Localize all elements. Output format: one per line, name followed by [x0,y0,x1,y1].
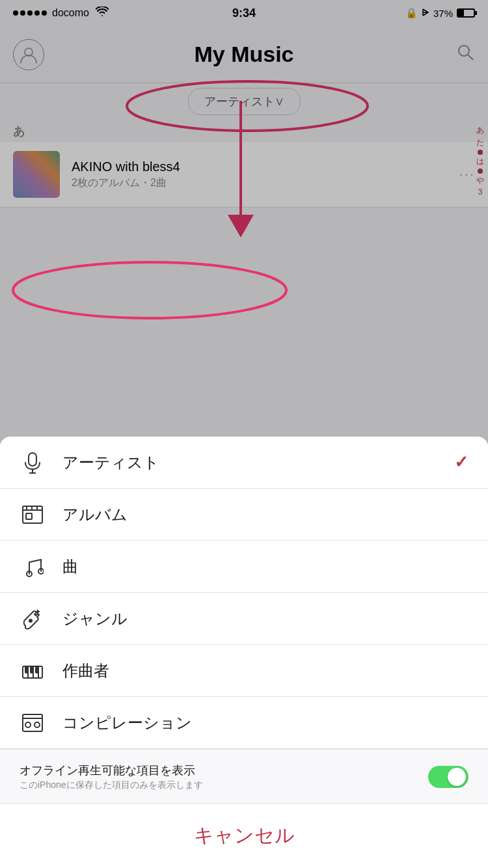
bottom-sheet: アーティスト ✓ アルバム 曲 [0,437,488,804]
svg-point-30 [25,722,31,727]
menu-label-artist: アーティスト [62,452,437,473]
menu-item-song[interactable]: 曲 [0,541,488,593]
album-icon [20,502,46,528]
svg-rect-15 [26,513,32,519]
menu-label-composer: 作曲者 [62,660,468,681]
menu-item-composer[interactable]: 作曲者 [0,645,488,697]
menu-item-album[interactable]: アルバム [0,489,488,541]
svg-point-20 [29,619,32,622]
svg-rect-7 [29,453,36,466]
cancel-bar: キャンセル [0,803,488,868]
guitar-icon [20,606,46,632]
menu-label-compilation: コンピレーション [62,712,468,733]
offline-text: オフライン再生可能な項目を表示 このiPhoneに保存した項目のみを表示します [20,763,203,791]
checkmark-icon: ✓ [454,452,468,472]
menu-item-compilation[interactable]: コンピレーション [0,697,488,749]
offline-toggle-row[interactable]: オフライン再生可能な項目を表示 このiPhoneに保存した項目のみを表示します [0,749,488,804]
svg-point-31 [34,722,40,727]
menu-label-genre: ジャンル [62,608,468,629]
offline-title: オフライン再生可能な項目を表示 [20,763,203,778]
menu-item-genre[interactable]: ジャンル [0,593,488,645]
mic-icon [20,450,46,476]
menu-item-artist[interactable]: アーティスト ✓ [0,437,488,489]
offline-toggle[interactable] [428,766,468,788]
piano-icon [20,658,46,684]
menu-label-song: 曲 [62,556,468,577]
menu-label-album: アルバム [62,504,468,525]
people-icon [20,710,46,736]
note-icon [20,554,46,580]
cancel-button[interactable]: キャンセル [194,822,295,849]
offline-subtitle: このiPhoneに保存した項目のみを表示します [20,780,203,791]
